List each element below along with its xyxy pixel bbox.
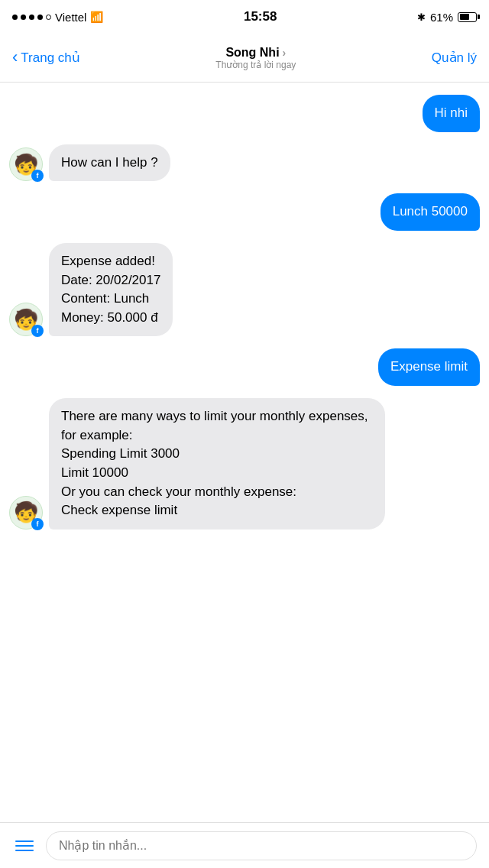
- message-text: Hi nhi: [435, 105, 468, 120]
- status-right: ✱ 61%: [417, 11, 477, 24]
- status-left: Viettel 📶: [12, 11, 103, 24]
- message-text: There are many ways to limit your monthl…: [61, 409, 368, 517]
- messenger-badge: f: [31, 170, 44, 182]
- wifi-icon: 📶: [90, 11, 103, 23]
- message-text: Expense limit: [390, 359, 468, 374]
- chat-subtitle: Thường trả lời ngay: [215, 60, 296, 70]
- user-bubble: Expense limit: [378, 348, 480, 386]
- status-bar: Viettel 📶 15:58 ✱ 61%: [0, 0, 489, 34]
- chat-title: Song Nhi ›: [215, 46, 296, 60]
- menu-button[interactable]: [12, 837, 37, 854]
- back-button[interactable]: ‹ Trang chủ: [12, 49, 80, 67]
- message-text: Lunch 50000: [393, 204, 468, 219]
- message-row: 🧒 f There are many ways to limit your mo…: [9, 398, 480, 530]
- message-row: Lunch 50000: [9, 193, 480, 231]
- dot4: [37, 15, 43, 20]
- status-time: 15:58: [244, 9, 277, 24]
- battery-icon: [458, 12, 477, 22]
- carrier-label: Viettel: [55, 11, 86, 24]
- message-row: 🧒 f Expense added! Date: 20/02/2017 Cont…: [9, 243, 480, 337]
- dot2: [21, 15, 26, 20]
- manage-button[interactable]: Quản lý: [432, 50, 477, 66]
- message-row: 🧒 f How can I help ?: [9, 144, 480, 182]
- battery-fill: [460, 14, 469, 20]
- avatar: 🧒 f: [9, 496, 43, 530]
- signal-dots: [12, 15, 51, 20]
- avatar: 🧒 f: [9, 147, 43, 181]
- dot3: [29, 15, 34, 20]
- chat-name: Song Nhi: [225, 46, 279, 60]
- nav-center: Song Nhi › Thường trả lời ngay: [215, 46, 296, 70]
- nav-bar: ‹ Trang chủ Song Nhi › Thường trả lời ng…: [0, 34, 489, 83]
- chat-area: Hi nhi 🧒 f How can I help ? Lunch 50000 …: [0, 83, 489, 822]
- dot5: [46, 15, 51, 20]
- messenger-icon: f: [37, 520, 39, 528]
- input-bar: [0, 822, 489, 868]
- message-row: Expense limit: [9, 348, 480, 386]
- dot1: [12, 15, 18, 20]
- avatar: 🧒 f: [9, 303, 43, 336]
- message-row: Hi nhi: [9, 95, 480, 132]
- messenger-badge: f: [31, 518, 44, 530]
- battery-shape: [458, 12, 477, 22]
- user-bubble: Hi nhi: [423, 95, 480, 132]
- bot-bubble: There are many ways to limit your monthl…: [49, 398, 385, 530]
- message-input[interactable]: [46, 831, 477, 860]
- menu-line-3: [15, 850, 34, 851]
- menu-line-2: [15, 845, 34, 847]
- back-label: Trang chủ: [21, 50, 79, 66]
- back-chevron-icon: ‹: [12, 47, 18, 67]
- menu-line-1: [15, 840, 34, 842]
- title-chevron-icon: ›: [283, 47, 287, 59]
- bot-bubble: Expense added! Date: 20/02/2017 Content:…: [49, 243, 173, 337]
- message-text: Expense added! Date: 20/02/2017 Content:…: [61, 254, 160, 325]
- bot-bubble: How can I help ?: [49, 144, 170, 182]
- messenger-icon: f: [37, 172, 39, 180]
- user-bubble: Lunch 50000: [381, 193, 480, 231]
- messenger-badge: f: [31, 325, 44, 337]
- battery-label: 61%: [430, 11, 453, 24]
- message-text: How can I help ?: [61, 155, 158, 170]
- messenger-icon: f: [37, 327, 39, 335]
- bluetooth-icon: ✱: [417, 11, 426, 23]
